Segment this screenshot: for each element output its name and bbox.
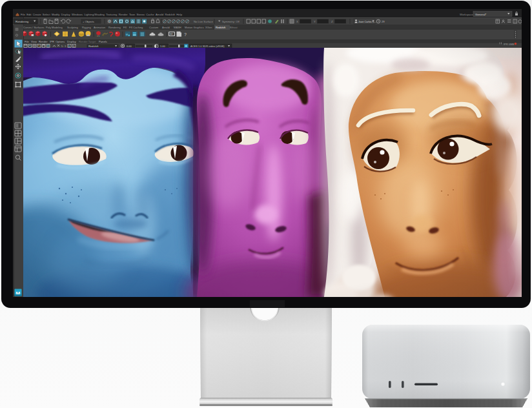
svg-text:Y: Y [314, 20, 316, 23]
svg-text:Options: Options [56, 40, 65, 43]
svg-text:+ Objects: + Objects [83, 20, 94, 23]
svg-text:Panels: Panels [99, 40, 107, 43]
svg-text:Render Target: Render Target [79, 40, 96, 43]
svg-text:Bifrost: Bifrost [230, 26, 238, 29]
svg-text:Workspace: Workspace [460, 13, 474, 16]
svg-text:Sculpting: Sculpting [67, 26, 79, 29]
svg-text:29: 29 [382, 20, 385, 23]
svg-text:FX Caching: FX Caching [129, 26, 143, 29]
svg-text:Curves / Surfaces: Curves / Surfaces [23, 26, 45, 29]
svg-text:IPR: IPR [50, 40, 54, 43]
svg-text:Motion Graphics: Motion Graphics [185, 26, 204, 29]
svg-text:MASH: MASH [174, 26, 181, 29]
svg-text:M: M [126, 33, 128, 36]
svg-text:?: ? [184, 32, 187, 37]
svg-text:File Edit Create Select Mo: File Edit Create Select Modify Display W… [21, 13, 183, 16]
svg-text:XGen: XGen [205, 26, 212, 29]
svg-text:Animation: Animation [94, 26, 106, 29]
svg-text:Render: Render [39, 40, 48, 43]
svg-text:X: X [296, 20, 298, 23]
svg-text:Display: Display [67, 40, 77, 43]
svg-text:Rigging: Rigging [82, 26, 92, 29]
svg-text:Redshift: Redshift [216, 26, 226, 29]
svg-text:IPR: IPR [504, 43, 508, 46]
svg-text:View: View [31, 40, 37, 43]
svg-text:No Live Surface: No Live Surface [194, 20, 213, 23]
svg-text:Custom: Custom [149, 26, 159, 29]
svg-text:File: File [25, 40, 29, 43]
svg-text:Poly Modeling: Poly Modeling [46, 26, 63, 29]
svg-text:GO: GO [170, 33, 173, 36]
svg-text:General*: General* [475, 13, 487, 16]
svg-text:Z: Z [331, 20, 333, 23]
svg-text:Rendering: Rendering [108, 26, 121, 29]
svg-text:Symmetry: Off: Symmetry: Off [222, 20, 240, 23]
svg-text:Arnold: Arnold [162, 26, 170, 29]
svg-text:FX: FX [123, 26, 127, 29]
svg-text:0MB: 0MB [509, 43, 515, 46]
